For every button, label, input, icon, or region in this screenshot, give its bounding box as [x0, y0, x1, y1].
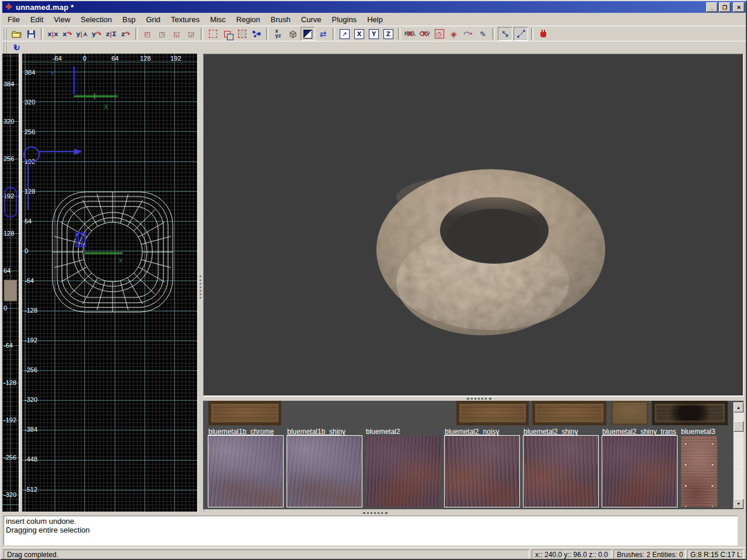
- select-vertices-icon[interactable]: ⤡: [498, 27, 512, 41]
- texture-thumb-bluemetal1b-chrome[interactable]: [208, 436, 283, 507]
- menu-edit[interactable]: Edit: [25, 14, 48, 25]
- connect-entities-icon[interactable]: [250, 27, 263, 40]
- flip-y-icon[interactable]: y|⋏: [75, 27, 89, 40]
- texture-name[interactable]: bluemetal2: [366, 428, 400, 436]
- texture-name[interactable]: bluemetal2_shiny_trans: [602, 428, 676, 436]
- texture-view-mode-icon[interactable]: [301, 27, 315, 41]
- z-markers: [2, 54, 19, 512]
- menu-selection[interactable]: Selection: [75, 14, 117, 25]
- xy-top-view[interactable]: -64 0 64 128 192 384 320 256 192 128 64 …: [22, 54, 197, 512]
- toolbar-grip[interactable]: [3, 42, 7, 54]
- texture-thumb-bluemetal2[interactable]: [366, 436, 441, 507]
- clone-selection-icon[interactable]: [221, 27, 234, 40]
- texture-thumb-partial[interactable]: [208, 401, 281, 425]
- toolbar-separator: [266, 28, 268, 40]
- z-axis-window[interactable]: 384 320 256 192 128 64 0 -64 -128 -192 -…: [2, 54, 19, 512]
- menu-plugins[interactable]: Plugins: [326, 14, 362, 25]
- texture-thumb-bluemetal2-shiny[interactable]: [523, 436, 598, 507]
- lock-y-icon[interactable]: Y: [367, 27, 381, 40]
- texture-thumb-bluemetal2-shiny-trans[interactable]: [602, 436, 677, 507]
- console-output[interactable]: insert colum undone. Dragging entire sel…: [4, 516, 738, 545]
- texture-name[interactable]: bluemetal1b_chrome: [208, 428, 274, 436]
- curve-pen-icon[interactable]: ✎: [476, 27, 490, 40]
- patch-diamond-icon[interactable]: ◈: [447, 27, 460, 40]
- select-inside-icon[interactable]: [235, 27, 249, 40]
- texture-thumb-bluemetal2-noisy[interactable]: [445, 436, 519, 507]
- curve-cap-icon[interactable]: ◠•: [462, 27, 475, 40]
- toolbar-grip[interactable]: [3, 28, 7, 40]
- menu-curve[interactable]: Curve: [296, 14, 327, 25]
- texture-thumb-partial[interactable]: [532, 401, 606, 425]
- main-toolbar: x|x x↷ y|⋏ y↷ z|Σ z↷ ◰ ◳ ◱ ◲ xyz ⇄ ↗ X Y…: [2, 26, 746, 41]
- rotate-x-icon[interactable]: x↷: [61, 27, 74, 40]
- toolbar-separator: [201, 28, 203, 40]
- texture-browser[interactable]: bluemetal1b_chrome bluemetal1b_shiny blu…: [203, 401, 743, 509]
- title-bar[interactable]: ✚ unnamed.map * _ ❐ ✕: [2, 1, 746, 13]
- lock-z-icon[interactable]: Z: [382, 27, 395, 40]
- texture-name[interactable]: bluemetal2_noisy: [445, 428, 499, 436]
- scroll-down-button[interactable]: ▼: [734, 499, 743, 509]
- toolbar-separator: [531, 28, 533, 40]
- toolbar-separator: [333, 28, 335, 40]
- torus-3d-render: [204, 54, 743, 396]
- status-bar: Drag completed. x:: 240.0 y:: 96.0 z:: 0…: [2, 547, 747, 560]
- menu-bsp[interactable]: Bsp: [117, 14, 141, 25]
- secondary-toolbar: ↻E: [2, 41, 746, 54]
- dont-select-curves-icon[interactable]: CRV✕: [418, 27, 431, 40]
- texture-name[interactable]: bluemetal1b_shiny: [287, 428, 345, 436]
- minimize-button[interactable]: _: [706, 2, 718, 12]
- dont-select-models-icon[interactable]: MDL✕: [403, 27, 417, 40]
- texture-thumb-bluemetal3[interactable]: [681, 436, 717, 507]
- rotate-y-icon[interactable]: y↷: [90, 27, 103, 40]
- texture-thumb-partial[interactable]: [652, 401, 728, 425]
- menu-help[interactable]: Help: [362, 14, 388, 25]
- edit-brush-move-icon[interactable]: ◱: [170, 27, 183, 40]
- edit-brush-right-icon[interactable]: ◲: [184, 27, 198, 40]
- menu-brush[interactable]: Brush: [266, 14, 296, 25]
- popup-window-icon[interactable]: ↗: [338, 27, 351, 40]
- texture-thumb-partial[interactable]: [611, 401, 648, 425]
- free-rotation-icon[interactable]: ⇄: [316, 27, 330, 40]
- app-logo-icon: ✚: [4, 2, 13, 12]
- autosave-clock-icon[interactable]: ◷: [432, 27, 446, 40]
- lock-x-icon[interactable]: X: [352, 27, 366, 40]
- console-splitter[interactable]: [2, 512, 743, 515]
- scroll-up-button[interactable]: ▲: [734, 402, 743, 412]
- status-grid-info: G:8 R:15 C:17 L:: [687, 550, 743, 559]
- scrollbar-thumb[interactable]: [734, 421, 743, 432]
- menu-file[interactable]: File: [2, 14, 25, 25]
- torus-body: [376, 169, 605, 335]
- flip-x-icon[interactable]: x|x: [46, 27, 60, 40]
- select-edges-icon[interactable]: [514, 27, 528, 41]
- menu-grid[interactable]: Grid: [141, 14, 166, 25]
- show-coordinates-icon[interactable]: xyz: [271, 27, 285, 40]
- window-title: unnamed.map *: [16, 3, 74, 12]
- texture-thumb-partial[interactable]: [456, 401, 529, 425]
- plugin-plug-icon[interactable]: [536, 27, 550, 40]
- menu-textures[interactable]: Textures: [166, 14, 205, 25]
- texture-thumb-bluemetal1b-shiny[interactable]: [287, 436, 362, 507]
- restore-button[interactable]: ❐: [719, 2, 731, 12]
- edit-brush-topleft-icon[interactable]: ◰: [141, 27, 154, 40]
- rotate-z-icon[interactable]: z↷: [119, 27, 132, 40]
- edit-brush-top-icon[interactable]: ◳: [155, 27, 169, 40]
- texture-scrollbar[interactable]: ▲ ▼: [733, 402, 743, 509]
- cubic-clipping-icon[interactable]: [286, 27, 299, 40]
- save-map-icon[interactable]: [25, 27, 38, 40]
- flip-z-icon[interactable]: z|Σ: [104, 27, 118, 40]
- menu-view[interactable]: View: [48, 14, 75, 25]
- menu-misc[interactable]: Misc: [205, 14, 231, 25]
- console-line: insert colum undone.: [6, 517, 735, 526]
- menu-region[interactable]: Region: [231, 14, 266, 25]
- toolbar-separator: [398, 28, 400, 40]
- texture-name[interactable]: bluemetal2_shiny: [523, 428, 578, 436]
- select-touching-icon[interactable]: [206, 27, 219, 40]
- close-button[interactable]: ✕: [733, 2, 745, 12]
- z-camera-marker: [5, 188, 16, 217]
- texture-name[interactable]: bluemetal3: [681, 428, 715, 436]
- camera-3d-view[interactable]: [203, 54, 743, 396]
- status-counts: Brushes: 2 Entities: 0: [613, 550, 686, 559]
- origin-x-label: x: [119, 257, 123, 264]
- entity-rotate-icon[interactable]: ↻E: [10, 41, 23, 54]
- open-map-icon[interactable]: [10, 27, 23, 40]
